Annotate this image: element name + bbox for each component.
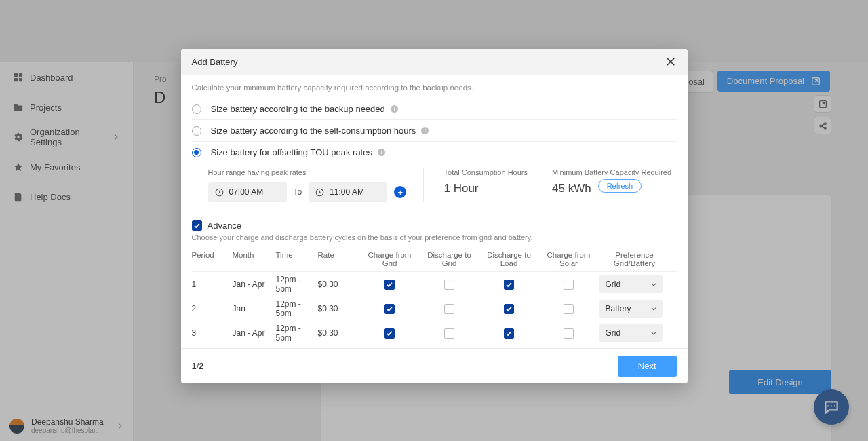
pager-current: 1 [192,361,197,371]
cell-charge-grid [360,304,420,314]
chevron-down-icon [650,330,657,337]
preference-select[interactable]: Grid [599,275,663,293]
checkbox[interactable] [444,304,454,314]
modal-overlay: Add Battery Calculate your minimum batte… [0,0,868,441]
tou-detail-section: Hour range having peak rates 07:00 AM To… [192,163,677,212]
cell-month: Jan - Apr [233,328,276,338]
modal-footer: 1/2 Next [181,348,688,383]
checkbox[interactable] [384,304,395,314]
min-capacity-label: Minimum Battery Capacity Required [552,168,671,176]
cell-rate: $0.30 [318,304,360,313]
advance-label: Advance [208,220,242,231]
chevron-down-icon [650,305,657,312]
radio-icon[interactable] [192,148,201,157]
from-time-input[interactable]: 07:00 AM [208,182,287,202]
cell-period: 1 [192,280,233,289]
radio-icon[interactable] [192,104,201,114]
cell-charge-solar [539,280,599,290]
cell-preference: Battery [599,300,671,318]
table-row: 3Jan - Apr12pm - 5pm$0.30Grid [192,321,677,345]
cell-preference: Grid [599,324,671,342]
radio-option-tou[interactable]: Size battery for offsetting TOU peak rat… [192,142,677,163]
cycles-table: Period Month Time Rate Charge from Grid … [192,247,677,345]
clock-icon [215,188,224,197]
to-label: To [294,187,302,197]
checkbox[interactable] [384,280,395,290]
info-icon[interactable]: i [421,127,429,134]
total-hours-value: 1 Hour [444,182,528,195]
checkbox[interactable] [564,328,574,339]
preference-select[interactable]: Grid [599,324,663,342]
checkbox[interactable] [504,328,514,339]
to-time-input[interactable]: 11:00 AM [309,182,387,202]
total-hours-label: Total Consumption Hours [444,168,528,176]
add-battery-modal: Add Battery Calculate your minimum batte… [181,49,688,383]
cell-time: 12pm - 5pm [276,299,318,318]
radio-label: Size battery according to the backup nee… [211,104,385,114]
advance-checkbox[interactable] [192,220,202,231]
radio-label: Size battery according to the self-consu… [211,126,416,136]
modal-body: Calculate your minimum battery capacity … [181,75,688,348]
checkbox[interactable] [564,280,574,290]
modal-subtitle: Calculate your minimum battery capacity … [192,83,677,92]
preference-select[interactable]: Battery [599,300,663,318]
radio-icon[interactable] [192,126,201,136]
cell-rate: $0.30 [318,328,360,338]
cell-charge-solar [539,304,599,314]
pager: 1/2 [192,361,204,371]
clock-icon [315,188,324,197]
cell-preference: Grid [599,275,671,293]
cell-period: 2 [192,304,233,313]
radio-option-backup[interactable]: Size battery according to the backup nee… [192,98,677,120]
cell-discharge-load [479,328,539,339]
checkbox[interactable] [444,328,454,339]
radio-option-self-consumption[interactable]: Size battery according to the self-consu… [192,120,677,142]
add-range-button[interactable]: + [394,186,406,198]
radio-label: Size battery for offsetting TOU peak rat… [211,147,372,157]
col-charge-grid: Charge from Grid [360,251,420,267]
col-time: Time [276,251,318,259]
from-time-value: 07:00 AM [229,187,264,197]
cell-discharge-load [479,304,539,314]
cell-discharge-grid [420,328,479,339]
cell-month: Jan [233,304,276,313]
cell-charge-solar [539,328,599,339]
advance-toggle-row: Advance [192,212,677,233]
col-period: Period [192,251,233,259]
cell-period: 3 [192,328,233,338]
info-icon[interactable]: i [391,105,398,113]
modal-title: Add Battery [192,57,238,67]
cell-charge-grid [360,280,420,290]
chevron-down-icon [650,281,657,288]
checkbox[interactable] [564,304,574,314]
close-icon[interactable] [665,56,677,68]
col-charge-solar: Charge from Solar [539,251,599,267]
col-preference: Preference Grid/Battery [599,251,671,267]
checkbox[interactable] [504,280,514,290]
cell-discharge-load [479,280,539,290]
cell-charge-grid [360,328,420,339]
cell-time: 12pm - 5pm [276,324,318,343]
cell-time: 12pm - 5pm [276,275,318,294]
table-row: 1Jan - Apr12pm - 5pm$0.30Grid [192,272,677,296]
table-header: Period Month Time Rate Charge from Grid … [192,247,677,272]
cell-discharge-grid [420,304,479,314]
refresh-button[interactable]: Refresh [598,179,642,193]
cell-rate: $0.30 [318,280,360,289]
cell-discharge-grid [420,280,479,290]
col-discharge-load: Discharge to Load [479,251,539,267]
col-month: Month [233,251,276,259]
col-discharge-grid: Discharge to Grid [420,251,479,267]
cell-month: Jan - Apr [233,280,276,289]
checkbox[interactable] [504,304,514,314]
pager-total: 2 [199,361,203,371]
next-button[interactable]: Next [618,356,677,377]
table-row: 2Jan12pm - 5pm$0.30Battery [192,296,677,321]
hour-range-label: Hour range having peak rates [208,168,423,176]
info-icon[interactable]: i [378,149,385,156]
modal-header: Add Battery [181,49,688,75]
checkbox[interactable] [384,328,395,339]
col-rate: Rate [318,251,360,259]
to-time-value: 11:00 AM [330,187,364,197]
checkbox[interactable] [444,280,454,290]
